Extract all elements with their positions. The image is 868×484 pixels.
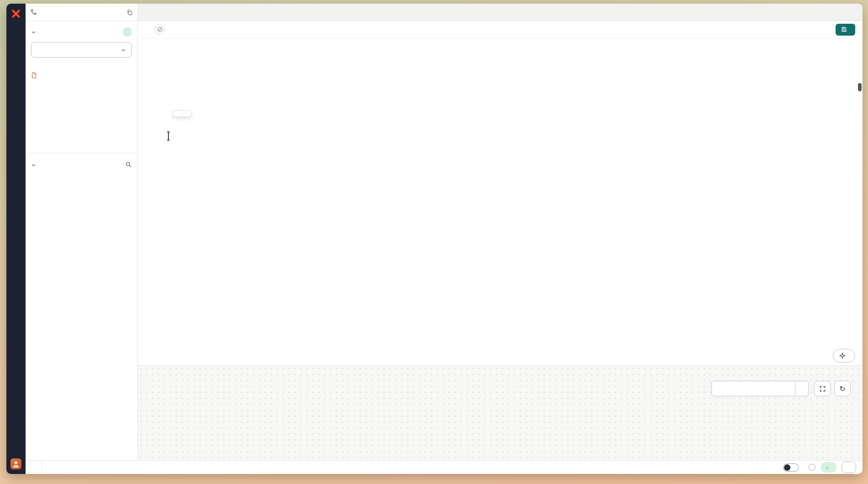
file-icon	[31, 72, 37, 79]
status-badge: ○	[821, 462, 837, 473]
branch-row[interactable]	[26, 4, 137, 21]
refresh-icon: ↻	[839, 384, 845, 393]
file-tree	[26, 176, 137, 460]
chevron-down-icon	[31, 30, 36, 35]
no-access-icon[interactable]	[155, 25, 165, 35]
sidebar	[26, 4, 138, 460]
edit-tooltip-shortcut	[181, 113, 187, 114]
save-button[interactable]	[836, 24, 855, 36]
chevron-down-icon	[121, 47, 126, 53]
main-area: ↻	[138, 4, 863, 460]
copy-icon[interactable]	[126, 9, 133, 16]
overflow-menu-button[interactable]	[842, 462, 856, 473]
ready-circle-icon: ○	[826, 465, 829, 470]
lineage-selector	[711, 381, 809, 396]
panel-toolbar	[138, 346, 863, 365]
changes-label	[26, 59, 137, 70]
refresh-button[interactable]: ↻	[834, 381, 851, 396]
edit-tooltip[interactable]	[173, 110, 192, 117]
version-control-badge	[123, 27, 132, 37]
dbt-copilot-button[interactable]	[833, 349, 855, 363]
chevron-down-icon	[31, 163, 36, 168]
lineage-edges	[138, 366, 863, 460]
file-explorer-header[interactable]	[26, 158, 137, 172]
toggle-knob	[784, 464, 790, 471]
fullscreen-icon	[819, 385, 826, 392]
branch-icon	[30, 9, 37, 16]
breadcrumb-row	[138, 21, 863, 38]
defer-toggle[interactable]	[783, 463, 799, 472]
status-bar-right: ○	[783, 462, 863, 473]
update-graph-button[interactable]	[795, 381, 808, 396]
app-window: ↻ ○	[6, 4, 863, 474]
user-avatar[interactable]	[10, 458, 21, 469]
lineage-selector-input[interactable]	[712, 381, 795, 396]
save-icon	[841, 26, 847, 32]
search-icon[interactable]	[125, 162, 132, 168]
version-control-header[interactable]	[26, 21, 137, 40]
changed-file-row[interactable]	[26, 70, 137, 80]
editor-tabstrip	[138, 4, 863, 21]
icon-rail	[6, 4, 26, 474]
text-cursor-icon	[166, 131, 171, 143]
sidebar-divider	[26, 153, 137, 153]
lineage-canvas[interactable]: ↻	[138, 365, 863, 460]
minimap[interactable]	[799, 41, 847, 147]
status-bar: ○	[26, 460, 863, 474]
fullscreen-button[interactable]	[814, 381, 831, 396]
scrollbar-thumb[interactable]	[858, 83, 862, 91]
copilot-icon	[839, 352, 846, 359]
help-icon[interactable]	[809, 464, 816, 471]
commit-and-sync-button[interactable]	[31, 42, 132, 58]
collapse-panel-button[interactable]	[26, 461, 42, 474]
dbt-logo-icon[interactable]	[10, 7, 22, 20]
code-editor[interactable]	[138, 38, 863, 346]
